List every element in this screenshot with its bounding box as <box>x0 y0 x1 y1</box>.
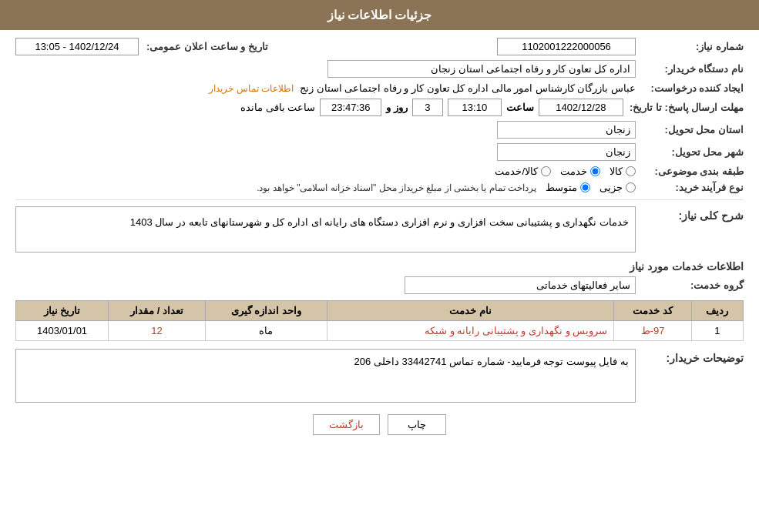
province-label: استان محل تحویل: <box>636 124 744 136</box>
cell-unit: ماه <box>205 321 327 341</box>
announce-label: تاریخ و ساعت اعلان عمومی: <box>146 41 268 52</box>
description-box: خدمات نگهداری و پشتیبانی سخت افزاری و نر… <box>15 206 636 253</box>
province-box: زنجان <box>497 121 636 139</box>
category-kala-radio[interactable] <box>626 166 636 176</box>
deadline-date-box: 1402/12/28 <box>539 99 623 116</box>
service-group-label: گروه خدمت: <box>636 279 744 291</box>
category-both-radio[interactable] <box>541 166 551 176</box>
row-creator: ایجاد کننده درخواست: عباس بازرگان کارشنا… <box>15 82 744 94</box>
th-date: تاریخ نیاز <box>16 301 109 321</box>
creator-text: عباس بازرگان کارشناس امور مالی اداره کل … <box>300 82 636 94</box>
buyer-name-value: اداره کل تعاون کار و رفاه اجتماعی استان … <box>15 60 636 78</box>
process-jazii-radio[interactable] <box>626 182 636 192</box>
process-jazii[interactable]: جزیی <box>599 182 636 193</box>
deadline-countdown-box: 23:47:36 <box>320 99 381 116</box>
deadline-days-label: روز و <box>386 102 408 113</box>
category-both-label: کالا/خدمت <box>495 166 538 177</box>
contact-info-link[interactable]: اطلاعات تماس خریدار <box>209 83 294 94</box>
row-buyer-notes: توضیحات خریدار: به فایل پیوست توجه فرمای… <box>15 349 744 403</box>
buyer-notes-text: به فایل پیوست توجه فرمایید- شماره تماس 3… <box>354 356 629 367</box>
th-qty: تعداد / مقدار <box>109 301 206 321</box>
city-box: زنجان <box>497 143 636 161</box>
process-motevaset-label: متوسط <box>546 182 577 193</box>
cell-name: سرویس و نگهداری و پشتیبانی رایانه و شبکه <box>327 321 614 341</box>
buyer-notes-box: به فایل پیوست توجه فرمایید- شماره تماس 3… <box>15 349 636 403</box>
category-khedmat-label: خدمت <box>560 166 587 177</box>
cell-qty: 12 <box>109 321 206 341</box>
cell-row: 1 <box>691 321 743 341</box>
page-container: جزئیات اطلاعات نیاز شماره نیاز: 11020012… <box>0 0 759 532</box>
bottom-buttons: چاپ بازگشت <box>15 414 744 435</box>
print-button[interactable]: چاپ <box>388 414 446 435</box>
buyer-notes-label: توضیحات خریدار: <box>636 349 744 364</box>
category-label: طبقه بندی موضوعی: <box>636 166 744 177</box>
divider-1 <box>15 199 744 200</box>
description-label: شرح کلی نیاز: <box>636 206 744 222</box>
creator-label: ایجاد کننده درخواست: <box>636 82 744 94</box>
buyer-name-label: نام دستگاه خریدار: <box>636 63 744 75</box>
row-process: نوع فرآیند خرید: جزیی متوسط پرداخت تمام … <box>15 182 744 193</box>
deadline-days-box: 3 <box>412 99 443 116</box>
deadline-remaining-label: ساعت باقی مانده <box>240 102 315 113</box>
th-row: ردیف <box>691 301 743 321</box>
header-title: جزئیات اطلاعات نیاز <box>327 8 432 22</box>
services-table: ردیف کد خدمت نام خدمت واحد اندازه گیری ت… <box>15 300 744 341</box>
province-value: زنجان <box>15 121 636 139</box>
deadline-time-label: ساعت <box>506 102 534 113</box>
category-kala-khedmat[interactable]: کالا/خدمت <box>495 166 551 177</box>
row-need-number: شماره نیاز: 1102001222000056 تاریخ و ساع… <box>15 38 744 55</box>
category-kala-label: کالا <box>610 166 623 177</box>
city-value: زنجان <box>15 143 636 161</box>
header-bar: جزئیات اطلاعات نیاز <box>0 0 759 30</box>
content-area: شماره نیاز: 1102001222000056 تاریخ و ساع… <box>0 30 759 454</box>
need-number-label: شماره نیاز: <box>636 41 744 52</box>
announce-value: 1402/12/24 - 13:05 <box>15 38 139 55</box>
cell-code: 97-ط <box>614 321 691 341</box>
service-group-box: سایر فعالیتهای خدماتی <box>405 276 636 294</box>
process-label: نوع فرآیند خرید: <box>636 182 744 193</box>
service-group-value: سایر فعالیتهای خدماتی <box>15 276 636 294</box>
process-jazii-label: جزیی <box>599 182 623 193</box>
description-text: خدمات نگهداری و پشتیبانی سخت افزاری و نر… <box>130 216 629 228</box>
back-button[interactable]: بازگشت <box>313 414 380 435</box>
row-province: استان محل تحویل: زنجان <box>15 121 744 139</box>
th-code: کد خدمت <box>614 301 691 321</box>
row-deadline: مهلت ارسال پاسخ: تا تاریخ: 1402/12/28 سا… <box>15 99 744 116</box>
category-khedmat-radio[interactable] <box>590 166 600 176</box>
city-label: شهر محل تحویل: <box>636 146 744 158</box>
process-motevaset[interactable]: متوسط <box>546 182 590 193</box>
category-options: کالا خدمت کالا/خدمت <box>15 166 636 177</box>
services-section-title: اطلاعات خدمات مورد نیاز <box>15 260 744 273</box>
need-number-value: 1102001222000056 <box>268 38 636 55</box>
row-city: شهر محل تحویل: زنجان <box>15 143 744 161</box>
need-number-box: 1102001222000056 <box>497 38 636 55</box>
process-options: جزیی متوسط پرداخت تمام یا بخشی از مبلغ خ… <box>15 182 636 193</box>
category-kala[interactable]: کالا <box>610 166 636 177</box>
process-note: پرداخت تمام یا بخشی از مبلغ خریداز محل "… <box>257 182 536 193</box>
deadline-value: 1402/12/28 ساعت 13:10 3 روز و 23:47:36 س… <box>15 99 623 116</box>
category-khedmat[interactable]: خدمت <box>560 166 600 177</box>
row-buyer-name: نام دستگاه خریدار: اداره کل تعاون کار و … <box>15 60 744 78</box>
row-description: شرح کلی نیاز: خدمات نگهداری و پشتیبانی س… <box>15 206 744 253</box>
deadline-time-box: 13:10 <box>448 99 502 116</box>
buyer-name-box: اداره کل تعاون کار و رفاه اجتماعی استان … <box>327 60 636 78</box>
th-name: نام خدمت <box>327 301 614 321</box>
creator-value: عباس بازرگان کارشناس امور مالی اداره کل … <box>15 82 636 94</box>
row-service-group: گروه خدمت: سایر فعالیتهای خدماتی <box>15 276 744 294</box>
row-category: طبقه بندی موضوعی: کالا خدمت کالا/خدمت <box>15 166 744 177</box>
process-motevaset-radio[interactable] <box>580 182 590 192</box>
deadline-label: مهلت ارسال پاسخ: تا تاریخ: <box>623 102 744 113</box>
table-row: 1 97-ط سرویس و نگهداری و پشتیبانی رایانه… <box>16 321 744 341</box>
cell-date: 1403/01/01 <box>16 321 109 341</box>
th-unit: واحد اندازه گیری <box>205 301 327 321</box>
